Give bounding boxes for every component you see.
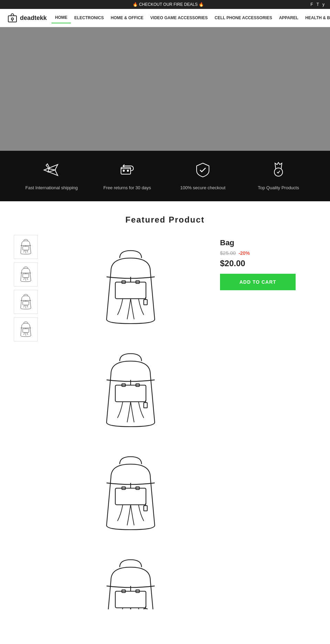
product-layout: Bag $25.00 -20% $20.00 ADD TO CART — [7, 235, 323, 613]
svg-rect-42 — [115, 488, 146, 505]
nav-cell-phone[interactable]: CELL PHONE ACCESSORIES — [211, 13, 275, 23]
product-image-2 — [86, 341, 175, 438]
hero-banner — [0, 27, 330, 151]
medal-icon — [270, 161, 287, 181]
nav-home[interactable]: HOME — [52, 12, 71, 23]
svg-line-10 — [24, 250, 24, 252]
svg-rect-40 — [144, 403, 147, 408]
nav-electronics[interactable]: ELECTRONICS — [71, 13, 107, 23]
top-bar: 🔥 CHECKOUT OUR FIRE DEALS 🔥 F T y — [0, 0, 330, 9]
svg-rect-20 — [23, 301, 29, 305]
secure-label: 100% secure checkout — [180, 185, 226, 191]
nav-health[interactable]: HEALTH & BEAUTY — [302, 13, 330, 23]
svg-rect-14 — [23, 274, 29, 278]
product-info: Bag $25.00 -20% $20.00 ADD TO CART — [220, 235, 316, 613]
logo[interactable]: deadtekk — [7, 12, 52, 23]
product-thumbnails — [14, 235, 41, 613]
nav-home-office[interactable]: HOME & OFFICE — [107, 13, 147, 23]
original-price: $25.00 — [220, 250, 236, 256]
svg-line-17 — [27, 278, 28, 280]
svg-rect-37 — [115, 385, 146, 402]
product-image-3 — [86, 444, 175, 541]
shipping-label: Fast International shipping — [25, 185, 78, 191]
feature-returns: Free returns for 30 days — [94, 161, 161, 191]
feature-shipping: Fast International shipping — [18, 161, 85, 191]
svg-rect-45 — [144, 506, 147, 511]
svg-rect-35 — [144, 300, 147, 305]
quality-label: Top Quality Products — [258, 185, 299, 191]
svg-line-11 — [27, 250, 28, 252]
svg-point-4 — [123, 170, 124, 171]
announcement-text: 🔥 CHECKOUT OUR FIRE DEALS 🔥 — [26, 2, 310, 7]
shield-icon — [194, 161, 212, 181]
add-to-cart-button[interactable]: ADD TO CART — [220, 274, 296, 290]
product-image-4 — [86, 547, 175, 609]
thumbnail-3[interactable] — [14, 290, 38, 314]
svg-line-16 — [24, 278, 24, 280]
svg-rect-8 — [23, 246, 29, 250]
product-name: Bag — [220, 238, 316, 247]
nav-apparel[interactable]: APPAREL — [276, 13, 302, 23]
section-title: Featured Product — [7, 215, 323, 225]
thumbnail-2[interactable] — [14, 262, 38, 286]
features-bar: Fast International shipping Free returns… — [0, 151, 330, 201]
logo-text: deadtekk — [20, 14, 47, 22]
header: deadtekk HOME ELECTRONICS HOME & OFFICE … — [0, 9, 330, 27]
returns-label: Free returns for 30 days — [103, 185, 151, 191]
svg-line-28 — [24, 332, 24, 335]
feature-quality: Top Quality Products — [245, 161, 312, 191]
svg-line-29 — [27, 332, 28, 335]
thumbnail-1[interactable] — [14, 235, 38, 259]
featured-section: Featured Product — [0, 201, 330, 626]
svg-rect-47 — [115, 591, 146, 608]
svg-rect-31 — [115, 282, 146, 298]
svg-point-1 — [11, 18, 13, 20]
svg-point-5 — [127, 170, 129, 171]
product-main-images — [48, 235, 213, 613]
youtube-link[interactable]: y — [322, 2, 324, 7]
product-pricing: $25.00 -20% — [220, 250, 316, 256]
airplane-icon — [43, 161, 60, 181]
svg-rect-50 — [144, 609, 147, 609]
current-price: $20.00 — [220, 259, 316, 268]
facebook-link[interactable]: F — [310, 2, 313, 7]
thumbnail-4[interactable] — [14, 317, 38, 341]
social-links: F T y — [310, 2, 324, 7]
svg-line-22 — [24, 305, 24, 307]
discount-badge: -20% — [239, 250, 250, 256]
product-image-1 — [86, 238, 175, 335]
svg-rect-26 — [23, 329, 29, 332]
nav-video-games[interactable]: VIDEO GAME ACCESSORIES — [147, 13, 211, 23]
twitter-link[interactable]: T — [317, 2, 319, 7]
returns-icon — [118, 161, 136, 181]
main-nav: HOME ELECTRONICS HOME & OFFICE VIDEO GAM… — [52, 12, 330, 23]
feature-secure: 100% secure checkout — [169, 161, 236, 191]
svg-line-23 — [27, 305, 28, 307]
